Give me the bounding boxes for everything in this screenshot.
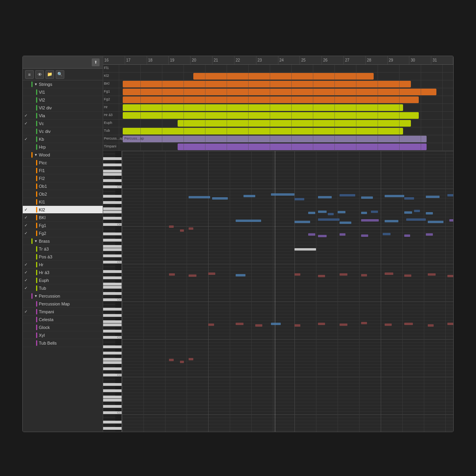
piano-key[interactable] xyxy=(103,233,122,236)
track-item-timpani[interactable]: ✓ Timpani xyxy=(23,308,103,316)
piano-key[interactable] xyxy=(103,292,122,295)
piano-key[interactable] xyxy=(103,254,122,258)
piano-key[interactable] xyxy=(103,405,122,408)
piano-key[interactable] xyxy=(103,173,122,176)
track-item-tub[interactable]: ✓ Tub xyxy=(23,284,103,292)
piano-key[interactable] xyxy=(103,414,115,418)
search-button[interactable]: 🔍 xyxy=(56,70,64,79)
piano-key[interactable] xyxy=(103,352,122,355)
eye-button[interactable]: 👁 xyxy=(35,70,44,79)
piano-key[interactable] xyxy=(103,361,122,364)
piano-key[interactable] xyxy=(103,380,115,383)
piano-key[interactable] xyxy=(103,211,122,214)
piano-key[interactable] xyxy=(103,427,122,430)
folder-button[interactable]: 📁 xyxy=(45,70,54,79)
piano-key[interactable] xyxy=(103,342,115,345)
track-item-percussionmap[interactable]: Percussion Map xyxy=(23,300,103,308)
track-item-euph[interactable]: ✓ Euph xyxy=(23,276,103,284)
piano-key[interactable] xyxy=(103,286,122,289)
piano-key[interactable] xyxy=(103,295,115,298)
piano-key[interactable] xyxy=(103,392,115,396)
piano-key[interactable] xyxy=(103,214,115,217)
piano-key[interactable] xyxy=(103,327,115,330)
piano-key[interactable] xyxy=(103,251,115,254)
track-item-vl1[interactable]: Vl1 xyxy=(23,88,103,96)
piano-key[interactable] xyxy=(103,345,122,349)
piano-key[interactable] xyxy=(103,207,122,211)
track-item-fg2[interactable]: ✓ Fg2 xyxy=(23,229,103,237)
piano-key[interactable] xyxy=(103,424,115,427)
track-list[interactable]: ▼ Strings Vl1 Vl2 Vl2 div ✓ Vla ✓ Vc xyxy=(23,80,103,432)
piano-key[interactable] xyxy=(103,245,122,248)
piano-key[interactable] xyxy=(103,182,115,185)
piano-key[interactable] xyxy=(103,167,115,170)
group-header-percussion[interactable]: ▼ Percussion xyxy=(23,292,103,300)
piano-key[interactable] xyxy=(103,283,122,286)
tree-button[interactable]: ≡ xyxy=(25,70,34,79)
piano-key[interactable] xyxy=(103,289,115,292)
piano-key[interactable] xyxy=(103,358,122,361)
piano-key[interactable] xyxy=(103,367,122,371)
piano-key[interactable]: C7 xyxy=(103,185,122,189)
track-item-fg1[interactable]: ✓ Fg1 xyxy=(23,222,103,229)
piano-key[interactable] xyxy=(103,383,122,386)
piano-key[interactable] xyxy=(103,267,115,270)
piano-key[interactable] xyxy=(103,154,115,157)
piano-key[interactable] xyxy=(103,239,122,242)
piano-key[interactable] xyxy=(103,270,122,273)
piano-key[interactable] xyxy=(103,320,122,323)
note-grid[interactable] xyxy=(122,151,453,432)
piano-key[interactable] xyxy=(103,201,122,204)
piano-key[interactable] xyxy=(103,430,115,432)
piano-key[interactable] xyxy=(103,364,115,367)
piano-key[interactable]: C1 xyxy=(103,411,122,414)
piano-key[interactable] xyxy=(103,402,115,405)
piano-key[interactable] xyxy=(103,371,115,374)
piano-key[interactable] xyxy=(103,399,122,402)
export-button[interactable]: ⬆ xyxy=(92,58,100,66)
piano-key[interactable]: C5 xyxy=(103,261,122,264)
track-item-tubbells[interactable]: Tub Bells xyxy=(23,339,103,347)
track-item-bkl[interactable]: ✓ BKl xyxy=(23,214,103,222)
piano-key[interactable] xyxy=(103,308,122,311)
piano-key[interactable] xyxy=(103,195,122,198)
piano-key[interactable] xyxy=(103,314,122,317)
piano-key[interactable]: C4 xyxy=(103,298,122,302)
piano-key[interactable] xyxy=(103,204,115,207)
piano-key[interactable] xyxy=(103,176,115,179)
piano-key[interactable] xyxy=(103,421,122,424)
piano-key[interactable] xyxy=(103,236,115,239)
track-item-trá3[interactable]: Tr á3 xyxy=(23,245,103,253)
piano-key[interactable] xyxy=(103,333,115,336)
track-item-vl2div[interactable]: Vl2 div xyxy=(23,104,103,112)
piano-key[interactable] xyxy=(103,311,115,314)
track-item-fl1[interactable]: Fl1 xyxy=(23,167,103,174)
piano-key[interactable] xyxy=(103,280,115,283)
track-item-kb[interactable]: ✓ Kb xyxy=(23,135,103,143)
piano-key[interactable] xyxy=(103,189,115,192)
piano-key[interactable] xyxy=(103,339,115,342)
track-item-glock[interactable]: Glock xyxy=(23,323,103,331)
track-item-celesta[interactable]: Celesta xyxy=(23,316,103,323)
track-item-vl2[interactable]: Vl2 xyxy=(23,96,103,104)
piano-key[interactable] xyxy=(103,242,115,245)
track-item-ob1[interactable]: Ob1 xyxy=(23,182,103,190)
group-header-brass[interactable]: ▼ Brass xyxy=(23,237,103,245)
track-item-vcdiv[interactable]: Vc div xyxy=(23,127,103,135)
piano-key[interactable]: C6 xyxy=(103,223,122,226)
piano-key[interactable]: C2 xyxy=(103,374,122,377)
piano-key[interactable] xyxy=(103,220,115,223)
track-item-kl2[interactable]: ✓ Kl2 xyxy=(23,206,103,214)
track-item-hrá3[interactable]: ✓ Hr á3 xyxy=(23,269,103,276)
piano-key[interactable] xyxy=(103,157,122,160)
track-item-ob2[interactable]: Ob2 xyxy=(23,190,103,198)
piano-key[interactable] xyxy=(103,226,115,229)
track-item-hrp[interactable]: Hrp xyxy=(23,143,103,151)
piano-key[interactable] xyxy=(103,305,115,308)
piano-key[interactable] xyxy=(103,317,115,320)
piano-key[interactable] xyxy=(103,192,115,195)
group-header-strings[interactable]: ▼ Strings xyxy=(23,80,103,88)
piano-key[interactable] xyxy=(103,217,122,220)
track-item-hr[interactable]: ✓ Hr xyxy=(23,261,103,269)
track-item-posá3[interactable]: Pos á3 xyxy=(23,253,103,261)
